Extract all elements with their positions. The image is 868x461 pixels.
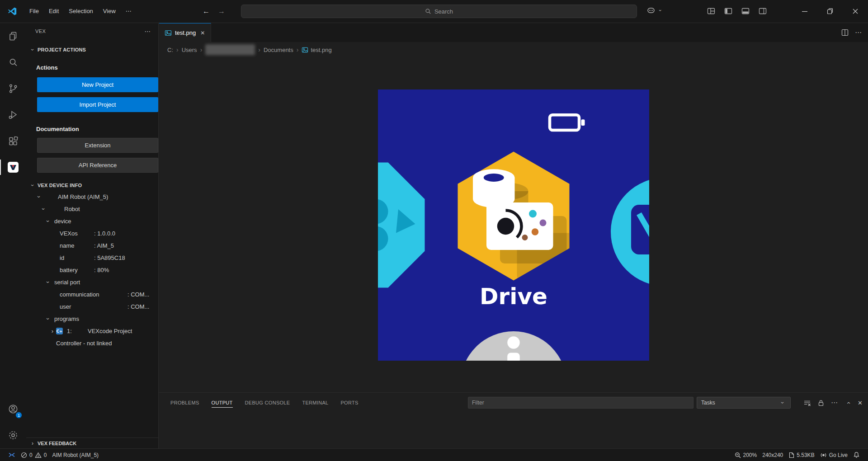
- clear-output-icon[interactable]: [803, 399, 811, 407]
- tree-item-id[interactable]: id : 5A895C18: [26, 252, 158, 264]
- section-device-info[interactable]: › VEX DEVICE INFO: [26, 180, 158, 191]
- image-zoom-control[interactable]: 200%: [732, 450, 760, 460]
- tree-item-user-port[interactable]: user : COM...: [26, 301, 158, 313]
- titlebar: File Edit Selection View ⋯ ← → Search ›: [0, 0, 868, 23]
- toggle-panel-icon[interactable]: [741, 7, 750, 15]
- tree-item-communication[interactable]: communication : COM...: [26, 288, 158, 301]
- section-label: VEX FEEDBACK: [38, 441, 76, 446]
- tab-test-png[interactable]: test.png ✕: [159, 23, 211, 42]
- output-filter-input[interactable]: [468, 397, 693, 409]
- search-box[interactable]: Search: [241, 5, 637, 18]
- search-icon: [425, 8, 431, 14]
- close-tab-icon[interactable]: ✕: [199, 29, 206, 37]
- tree-item-name[interactable]: name : AIM_5: [26, 240, 158, 252]
- prop-value: : 80%: [94, 264, 109, 276]
- api-reference-button[interactable]: API Reference: [37, 158, 158, 173]
- tree-item-battery[interactable]: battery : 80%: [26, 264, 158, 276]
- source-control-icon[interactable]: [0, 75, 26, 102]
- editor-region: test.png ✕ ⋯ C: › Users › › Documents › …: [159, 23, 868, 448]
- notifications-button[interactable]: [850, 450, 863, 460]
- settings-gear-icon[interactable]: [0, 422, 26, 448]
- editor-more-icon[interactable]: ⋯: [855, 28, 862, 37]
- chevron-down-icon: ›: [779, 399, 786, 406]
- back-icon[interactable]: ←: [203, 7, 210, 15]
- lock-autoscroll-icon[interactable]: [817, 399, 825, 407]
- go-live-button[interactable]: Go Live: [817, 450, 850, 460]
- sidebar-more-icon[interactable]: ⋯: [145, 28, 151, 35]
- tree-item-device[interactable]: › device: [26, 215, 158, 227]
- section-project-actions[interactable]: › PROJECT ACTIONS: [26, 44, 158, 55]
- warning-count: 0: [44, 452, 47, 458]
- zoom-level: 200%: [743, 452, 757, 458]
- chevron-down-icon: ›: [658, 7, 663, 14]
- tree-label: programs: [54, 313, 79, 325]
- extension-docs-button[interactable]: Extension: [37, 138, 158, 153]
- problems-summary[interactable]: 0 0: [18, 450, 49, 460]
- program-name: VEXcode Project: [88, 325, 132, 337]
- tree-item-serial-port[interactable]: › serial port: [26, 276, 158, 288]
- split-editor-icon[interactable]: [841, 29, 849, 36]
- tree-item-vexos[interactable]: VEXos : 1.0.0.0: [26, 227, 158, 240]
- documentation-heading: Documentation: [36, 126, 158, 132]
- search-placeholder: Search: [434, 8, 453, 15]
- toggle-primary-sidebar-icon[interactable]: [724, 7, 732, 15]
- tree-item-robot-root[interactable]: › AIM Robot (AIM_5): [26, 191, 158, 203]
- breadcrumb-file[interactable]: test.png: [302, 47, 331, 53]
- breadcrumb-users[interactable]: Users: [182, 47, 197, 53]
- menu-file[interactable]: File: [24, 5, 44, 18]
- vex-extension-icon[interactable]: [0, 154, 26, 180]
- close-panel-icon[interactable]: ✕: [858, 400, 863, 406]
- tab-output[interactable]: OUTPUT: [212, 398, 233, 408]
- tab-bar: test.png ✕ ⋯: [159, 23, 868, 42]
- new-project-button[interactable]: New Project: [37, 77, 158, 92]
- breadcrumb-drive[interactable]: C:: [167, 47, 173, 53]
- image-dimensions[interactable]: 240x240: [760, 450, 786, 460]
- tree-item-program-1[interactable]: › C+ 1: VEXcode Project: [26, 325, 158, 337]
- panel-tabs: PROBLEMS OUTPUT DEBUG CONSOLE TERMINAL P…: [170, 398, 359, 408]
- window-controls: [792, 0, 868, 23]
- forward-icon[interactable]: →: [218, 7, 225, 15]
- menu-view[interactable]: View: [98, 5, 121, 18]
- tree-item-controller[interactable]: Controller - not linked: [26, 337, 158, 349]
- remote-indicator[interactable]: [5, 450, 18, 460]
- tab-terminal[interactable]: TERMINAL: [302, 398, 328, 408]
- tab-ports[interactable]: PORTS: [340, 398, 358, 408]
- prop-label: VEXos: [60, 227, 78, 240]
- breadcrumb-documents[interactable]: Documents: [264, 47, 293, 53]
- minimize-button[interactable]: [792, 0, 817, 23]
- svg-text:C+: C+: [57, 329, 62, 334]
- restore-button[interactable]: [817, 0, 843, 23]
- customize-layout-icon[interactable]: [707, 7, 715, 15]
- image-file-icon: [302, 47, 308, 53]
- tree-item-robot[interactable]: › Robot: [26, 203, 158, 215]
- maximize-panel-icon[interactable]: ›: [844, 399, 852, 406]
- copilot-menu[interactable]: ›: [646, 6, 664, 15]
- menu-edit[interactable]: Edit: [44, 5, 64, 18]
- search-view-icon[interactable]: [0, 49, 26, 75]
- section-vex-feedback[interactable]: › VEX FEEDBACK: [26, 437, 158, 448]
- output-channel-select[interactable]: Tasks ›: [697, 397, 791, 409]
- image-filesize[interactable]: 5.53KB: [786, 450, 817, 460]
- error-count: 0: [29, 452, 33, 458]
- run-debug-icon[interactable]: [0, 102, 26, 128]
- connected-device[interactable]: AIM Robot (AIM_5): [49, 450, 101, 460]
- tree-item-programs[interactable]: › programs: [26, 313, 158, 325]
- extensions-icon[interactable]: [0, 128, 26, 154]
- menu-selection[interactable]: Selection: [64, 5, 98, 18]
- chevron-down-icon: ›: [42, 279, 54, 286]
- toggle-secondary-sidebar-icon[interactable]: [759, 7, 767, 15]
- close-window-button[interactable]: [843, 0, 868, 23]
- warning-icon: [35, 452, 42, 458]
- prop-label: id: [60, 252, 64, 264]
- explorer-icon[interactable]: [0, 23, 26, 49]
- panel-more-icon[interactable]: ⋯: [831, 399, 838, 407]
- accounts-icon[interactable]: 1: [0, 396, 26, 422]
- breadcrumb-user-redacted[interactable]: [205, 44, 255, 55]
- tab-problems[interactable]: PROBLEMS: [170, 398, 199, 408]
- output-channel-value: Tasks: [701, 400, 715, 406]
- import-project-button[interactable]: Import Project: [37, 97, 158, 112]
- menu-more-icon[interactable]: ⋯: [121, 5, 137, 18]
- image-file-icon: [165, 29, 172, 37]
- tab-debug-console[interactable]: DEBUG CONSOLE: [245, 398, 290, 408]
- chevron-down-icon: ›: [29, 182, 36, 189]
